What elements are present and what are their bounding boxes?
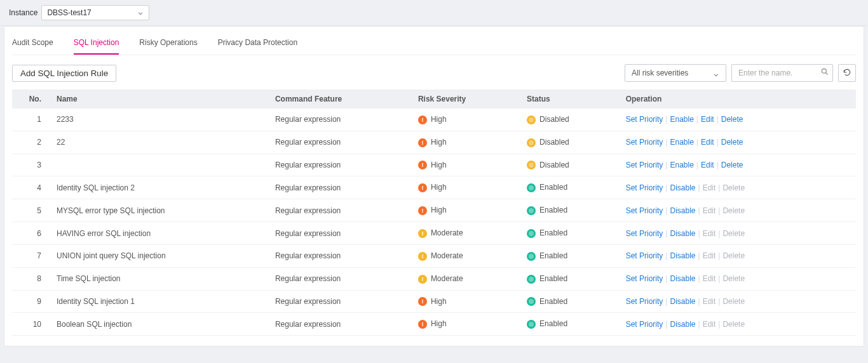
cell-name: Identity SQL injection 1: [50, 290, 269, 313]
risk-label: Moderate: [431, 228, 463, 237]
cell-operation: Set Priority|Disable|Edit|Delete: [620, 313, 856, 336]
cell-no: 6: [12, 222, 50, 245]
risk-label: High: [431, 138, 447, 147]
status-label: Enabled: [539, 228, 567, 237]
op-set-priority[interactable]: Set Priority: [626, 206, 663, 215]
tab-sql-injection[interactable]: SQL Injection: [74, 34, 119, 55]
cell-name: UNION joint query SQL injection: [50, 244, 269, 267]
cell-feature: Regular expression: [269, 244, 412, 267]
cell-risk: High: [412, 131, 520, 154]
op-set-priority[interactable]: Set Priority: [626, 251, 663, 260]
op-delete: Delete: [722, 274, 745, 283]
op-disable[interactable]: Disable: [670, 251, 695, 260]
op-set-priority[interactable]: Set Priority: [626, 274, 663, 283]
op-disable[interactable]: Disable: [670, 274, 695, 283]
op-delete[interactable]: Delete: [721, 115, 743, 124]
table-row: 6HAVING error SQL injectionRegular expre…: [12, 222, 856, 245]
op-separator: |: [665, 206, 667, 215]
op-separator: |: [696, 138, 698, 147]
op-edit[interactable]: Edit: [701, 138, 714, 147]
risk-dot-icon: [418, 252, 427, 261]
op-separator: |: [717, 115, 719, 124]
search-input[interactable]: [731, 64, 833, 82]
cell-feature: Regular expression: [269, 199, 412, 222]
cell-no: 10: [12, 313, 50, 336]
op-delete: Delete: [722, 297, 745, 306]
risk-dot-icon: [418, 183, 427, 192]
op-enable[interactable]: Enable: [670, 115, 693, 124]
op-set-priority[interactable]: Set Priority: [626, 138, 663, 147]
add-sql-injection-rule-button[interactable]: Add SQL Injection Rule: [12, 65, 116, 82]
op-set-priority[interactable]: Set Priority: [626, 229, 663, 238]
table-row: 4Identity SQL injection 2Regular express…: [12, 176, 856, 199]
cell-name: 22: [50, 131, 269, 154]
tab-risky-operations[interactable]: Risky Operations: [139, 34, 197, 55]
rules-tbody: 12233Regular expressionHighDisabledSet P…: [12, 109, 856, 336]
cell-risk: High: [412, 290, 520, 313]
cell-feature: Regular expression: [269, 267, 412, 290]
op-delete[interactable]: Delete: [721, 161, 743, 169]
col-status: Status: [520, 89, 620, 109]
table-row: 9Identity SQL injection 1Regular express…: [12, 290, 856, 313]
op-separator: |: [718, 320, 720, 329]
risk-label: High: [431, 115, 447, 124]
cell-operation: Set Priority|Disable|Edit|Delete: [620, 244, 856, 267]
risk-dot-icon: [418, 138, 427, 147]
risk-dot-icon: [418, 116, 427, 124]
op-disable[interactable]: Disable: [670, 206, 695, 215]
content-card: Audit ScopeSQL InjectionRisky Operations…: [4, 26, 864, 346]
table-row: 7UNION joint query SQL injectionRegular …: [12, 244, 856, 267]
cell-operation: Set Priority|Enable|Edit|Delete: [620, 131, 856, 154]
op-enable[interactable]: Enable: [670, 138, 693, 147]
op-edit[interactable]: Edit: [701, 161, 714, 169]
cell-risk: Moderate: [412, 244, 520, 267]
cell-status: Enabled: [520, 267, 620, 290]
op-edit: Edit: [703, 251, 716, 260]
op-separator: |: [665, 183, 667, 192]
risk-dot-icon: [418, 229, 427, 238]
status-dot-icon: [527, 252, 536, 261]
status-label: Disabled: [539, 115, 569, 124]
op-set-priority[interactable]: Set Priority: [626, 320, 663, 329]
op-disable[interactable]: Disable: [670, 229, 695, 238]
cell-risk: Moderate: [412, 267, 520, 290]
op-edit[interactable]: Edit: [701, 115, 714, 124]
cell-no: 9: [12, 290, 50, 313]
op-separator: |: [717, 161, 719, 169]
risk-dot-icon: [418, 206, 427, 215]
tab-audit-scope[interactable]: Audit Scope: [12, 34, 53, 55]
severity-filter-select[interactable]: All risk severities: [625, 64, 726, 82]
table-row: 3 Regular expressionHighDisabledSet Prio…: [12, 154, 856, 176]
op-separator: |: [718, 274, 720, 283]
risk-label: High: [431, 319, 447, 328]
cell-no: 7: [12, 244, 50, 267]
status-label: Enabled: [539, 319, 567, 328]
status-label: Enabled: [539, 183, 567, 192]
search-icon[interactable]: [820, 67, 829, 78]
op-disable[interactable]: Disable: [670, 183, 695, 192]
op-separator: |: [665, 229, 667, 238]
op-set-priority[interactable]: Set Priority: [626, 297, 663, 306]
op-delete: Delete: [722, 229, 745, 238]
op-enable[interactable]: Enable: [670, 161, 693, 169]
svg-line-1: [826, 73, 828, 75]
cell-feature: Regular expression: [269, 131, 412, 154]
op-delete[interactable]: Delete: [721, 138, 743, 147]
status-label: Enabled: [539, 274, 567, 283]
op-disable[interactable]: Disable: [670, 320, 695, 329]
instance-label: Instance: [9, 8, 37, 17]
col-risk-severity: Risk Severity: [412, 89, 520, 109]
refresh-button[interactable]: [838, 64, 856, 82]
risk-label: High: [431, 206, 447, 214]
op-disable[interactable]: Disable: [670, 297, 695, 306]
status-dot-icon: [527, 275, 536, 284]
cell-no: 8: [12, 267, 50, 290]
instance-select[interactable]: DBSS-test17: [41, 5, 149, 20]
op-set-priority[interactable]: Set Priority: [626, 115, 663, 124]
status-dot-icon: [527, 161, 536, 169]
tab-privacy-data-protection[interactable]: Privacy Data Protection: [218, 34, 297, 55]
op-set-priority[interactable]: Set Priority: [626, 161, 663, 169]
op-separator: |: [665, 138, 667, 147]
status-dot-icon: [527, 297, 536, 306]
op-set-priority[interactable]: Set Priority: [626, 183, 663, 192]
